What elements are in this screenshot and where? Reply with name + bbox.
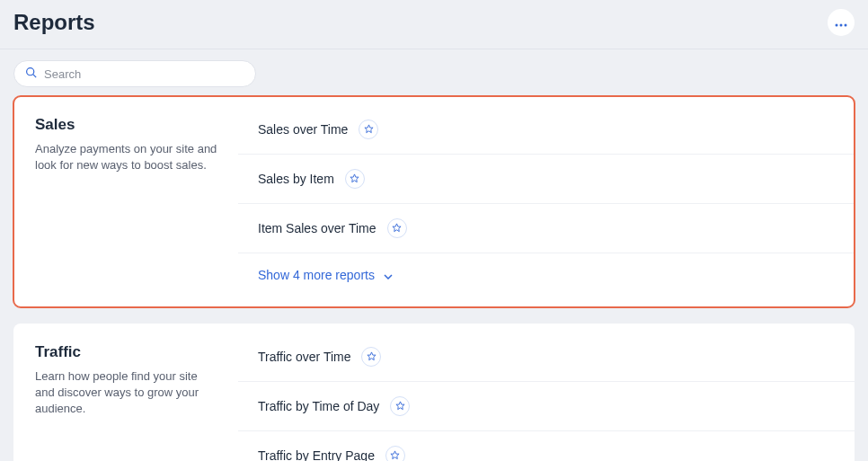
search-input[interactable] <box>44 67 244 81</box>
chevron-down-icon <box>384 268 393 282</box>
favorite-button[interactable] <box>385 446 405 461</box>
svg-marker-5 <box>365 124 373 132</box>
report-link-traffic-by-entry-page[interactable]: Traffic by Entry Page <box>258 448 375 461</box>
star-icon <box>350 173 359 186</box>
svg-marker-9 <box>396 401 404 409</box>
favorite-button[interactable] <box>361 347 381 367</box>
favorite-button[interactable] <box>345 169 365 189</box>
section-description: Learn how people find your site and disc… <box>35 368 218 418</box>
svg-point-0 <box>836 23 838 26</box>
report-link-traffic-by-time-of-day[interactable]: Traffic by Time of Day <box>258 399 379 413</box>
favorite-button[interactable] <box>390 396 410 416</box>
section-card-sales: Sales Analyze payments on your site and … <box>13 96 855 307</box>
report-link-item-sales-over-time[interactable]: Item Sales over Time <box>258 221 376 235</box>
star-icon <box>392 222 402 235</box>
report-link-traffic-over-time[interactable]: Traffic over Time <box>258 350 350 364</box>
report-row: Traffic over Time <box>238 332 855 382</box>
report-row: Traffic by Time of Day <box>238 382 855 431</box>
report-row: Sales by Item <box>238 155 855 204</box>
report-row: Item Sales over Time <box>238 204 855 253</box>
report-link-sales-by-item[interactable]: Sales by Item <box>258 172 334 186</box>
search-box[interactable] <box>13 60 256 87</box>
more-horizontal-icon <box>835 16 847 30</box>
svg-point-1 <box>840 23 843 26</box>
section-title: Sales <box>35 116 218 134</box>
report-row: Sales over Time <box>238 105 855 155</box>
section-title: Traffic <box>35 343 218 361</box>
section-card-traffic: Traffic Learn how people find your site … <box>13 324 855 461</box>
svg-line-4 <box>33 75 36 77</box>
favorite-button[interactable] <box>359 120 378 139</box>
show-more-reports-link[interactable]: Show 4 more reports <box>238 253 855 298</box>
favorite-button[interactable] <box>387 218 407 238</box>
star-icon <box>390 449 400 462</box>
search-icon <box>25 66 37 82</box>
report-row: Traffic by Entry Page <box>238 431 855 461</box>
svg-marker-7 <box>393 223 401 231</box>
section-description: Analyze payments on your site and look f… <box>35 141 218 173</box>
star-icon <box>364 123 374 137</box>
svg-point-3 <box>27 68 34 75</box>
svg-marker-10 <box>391 450 399 458</box>
svg-point-2 <box>845 23 847 26</box>
show-more-label: Show 4 more reports <box>258 268 375 282</box>
report-link-sales-over-time[interactable]: Sales over Time <box>258 122 348 137</box>
svg-marker-6 <box>350 173 359 182</box>
more-actions-button[interactable] <box>828 9 855 36</box>
star-icon <box>367 350 376 364</box>
star-icon <box>395 400 405 413</box>
page-title: Reports <box>13 10 95 35</box>
svg-marker-8 <box>368 351 376 359</box>
